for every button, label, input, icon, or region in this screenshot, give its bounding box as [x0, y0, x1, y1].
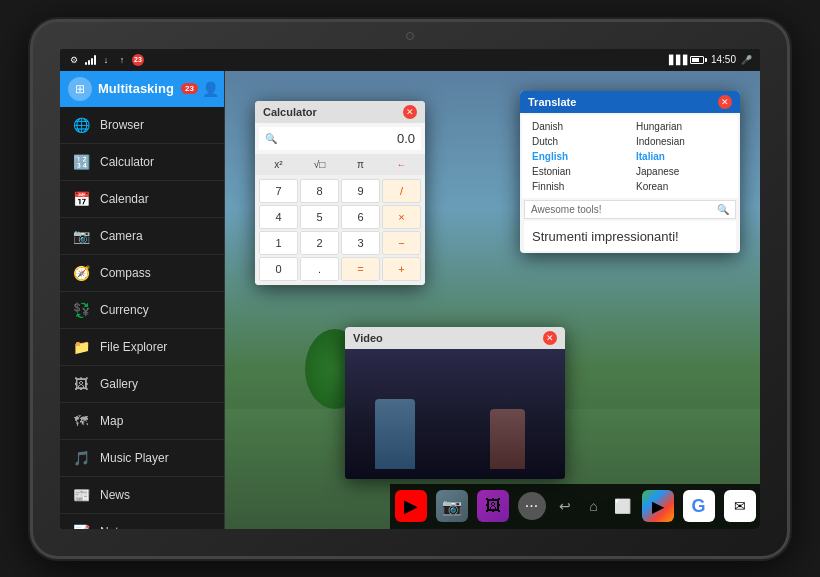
bottom-navigation: ▶ 📷 🖼 ··· ↩ ⌂ ⬜ ▶ G ✉ — [390, 484, 760, 529]
translate-languages: Danish Dutch English Estonian Finnish Hu… — [522, 115, 738, 198]
file-explorer-label: File Explorer — [100, 340, 167, 354]
camera-app-button[interactable]: 📷 — [436, 490, 468, 522]
calc-btn-4[interactable]: 4 — [259, 205, 298, 229]
sidebar-item-calendar[interactable]: 📅 Calendar — [60, 181, 224, 218]
recent-button[interactable]: ⬜ — [613, 496, 633, 516]
video-close-button[interactable]: ✕ — [543, 331, 557, 345]
lang-indonesian[interactable]: Indonesian — [630, 134, 734, 149]
sidebar-header[interactable]: ⊞ Multitasking 23 👤 — [60, 71, 224, 107]
download-icon: ↓ — [100, 54, 112, 66]
calc-btn-8[interactable]: 8 — [300, 179, 339, 203]
calc-btn-equals[interactable]: = — [341, 257, 380, 281]
tablet-camera — [406, 32, 414, 40]
clock: 14:50 — [711, 54, 736, 65]
browser-icon: 🌐 — [70, 114, 92, 136]
back-button[interactable]: ↩ — [555, 496, 575, 516]
lang-finnish[interactable]: Finnish — [526, 179, 630, 194]
lang-danish[interactable]: Danish — [526, 119, 630, 134]
calculator-grid: 7 8 9 / 4 5 6 × 1 2 3 − 0 . = — [255, 175, 425, 285]
calc-btn-7[interactable]: 7 — [259, 179, 298, 203]
lang-korean[interactable]: Korean — [630, 179, 734, 194]
calc-btn-6[interactable]: 6 — [341, 205, 380, 229]
video-content[interactable] — [345, 349, 565, 479]
translate-search-icon: 🔍 — [717, 204, 729, 215]
sidebar-item-camera[interactable]: 📷 Camera — [60, 218, 224, 255]
calculator-window: Calculator ✕ 🔍 0.0 x² √□ π ← 7 — [255, 101, 425, 285]
user-icon: 👤 — [204, 83, 216, 95]
sidebar-item-file-explorer[interactable]: 📁 File Explorer — [60, 329, 224, 366]
note-icon: 📝 — [70, 521, 92, 529]
lang-dutch[interactable]: Dutch — [526, 134, 630, 149]
calc-btn-minus[interactable]: − — [382, 231, 421, 255]
pi-btn[interactable]: π — [341, 156, 380, 173]
calc-btn-2[interactable]: 2 — [300, 231, 339, 255]
sqrt-btn[interactable]: √□ — [300, 156, 339, 173]
gmail-button[interactable]: ✉ — [724, 490, 756, 522]
lang-estonian[interactable]: Estonian — [526, 164, 630, 179]
translate-close-button[interactable]: ✕ — [718, 95, 732, 109]
sidebar-item-browser[interactable]: 🌐 Browser — [60, 107, 224, 144]
calc-btn-dot[interactable]: . — [300, 257, 339, 281]
youtube-button[interactable]: ▶ — [395, 490, 427, 522]
upload-icon: ↑ — [116, 54, 128, 66]
news-label: News — [100, 488, 130, 502]
google-button[interactable]: G — [683, 490, 715, 522]
calculator-titlebar[interactable]: Calculator ✕ — [255, 101, 425, 123]
status-bar-right: ▋▋▋ 14:50 🎤 — [674, 54, 752, 66]
status-bar-left: ⚙ ↓ ↑ 23 — [68, 54, 144, 66]
gallery-app-button[interactable]: 🖼 — [477, 490, 509, 522]
compass-label: Compass — [100, 266, 151, 280]
translate-window-title: Translate — [528, 96, 576, 108]
calculator-window-title: Calculator — [263, 106, 317, 118]
sidebar-item-news[interactable]: 📰 News — [60, 477, 224, 514]
calculator-display: 🔍 0.0 — [259, 127, 421, 150]
microphone-icon[interactable]: 🎤 — [740, 54, 752, 66]
calc-btn-1[interactable]: 1 — [259, 231, 298, 255]
sidebar-item-map[interactable]: 🗺 Map — [60, 403, 224, 440]
sidebar-item-currency[interactable]: 💱 Currency — [60, 292, 224, 329]
calculator-icon: 🔢 — [70, 151, 92, 173]
lang-hungarian[interactable]: Hungarian — [630, 119, 734, 134]
lang-japanese[interactable]: Japanese — [630, 164, 734, 179]
calc-btn-9[interactable]: 9 — [341, 179, 380, 203]
calc-btn-divide[interactable]: / — [382, 179, 421, 203]
wifi-icon — [84, 54, 96, 66]
music-player-icon: 🎵 — [70, 447, 92, 469]
sidebar-item-music-player[interactable]: 🎵 Music Player — [60, 440, 224, 477]
translate-titlebar[interactable]: Translate ✕ — [520, 91, 740, 113]
home-button[interactable]: ⌂ — [584, 496, 604, 516]
calc-btn-3[interactable]: 3 — [341, 231, 380, 255]
calculator-functions: x² √□ π ← — [255, 154, 425, 175]
sidebar-item-gallery[interactable]: 🖼 Gallery — [60, 366, 224, 403]
calc-btn-5[interactable]: 5 — [300, 205, 339, 229]
sidebar-item-compass[interactable]: 🧭 Compass — [60, 255, 224, 292]
music-player-label: Music Player — [100, 451, 169, 465]
backspace-btn[interactable]: ← — [382, 156, 421, 173]
lang-italian[interactable]: Italian — [630, 149, 734, 164]
calc-btn-0[interactable]: 0 — [259, 257, 298, 281]
calc-btn-plus[interactable]: + — [382, 257, 421, 281]
search-icon: 🔍 — [265, 133, 277, 144]
square-btn[interactable]: x² — [259, 156, 298, 173]
signal-icon: ▋▋▋ — [674, 54, 686, 66]
news-icon: 📰 — [70, 484, 92, 506]
more-button[interactable]: ··· — [518, 492, 546, 520]
calendar-label: Calendar — [100, 192, 149, 206]
lang-english[interactable]: English — [526, 149, 630, 164]
calc-btn-multiply[interactable]: × — [382, 205, 421, 229]
play-store-button[interactable]: ▶ — [642, 490, 674, 522]
currency-icon: 💱 — [70, 299, 92, 321]
video-titlebar[interactable]: Video ✕ — [345, 327, 565, 349]
sidebar-item-note[interactable]: 📝 Note — [60, 514, 224, 529]
calculator-close-button[interactable]: ✕ — [403, 105, 417, 119]
currency-label: Currency — [100, 303, 149, 317]
recent-icon: ⬜ — [613, 496, 633, 516]
translate-result: Strumenti impressionanti! — [524, 221, 736, 251]
sidebar-item-calculator[interactable]: 🔢 Calculator — [60, 144, 224, 181]
calculator-value: 0.0 — [281, 131, 415, 146]
main-area: ⊞ Multitasking 23 👤 🌐 Browser 🔢 Calculat… — [60, 71, 760, 529]
tablet-screen: ⚙ ↓ ↑ 23 ▋▋▋ 1 — [60, 49, 760, 529]
translate-input[interactable]: Awesome tools! 🔍 — [524, 200, 736, 219]
multitask-header-icon: ⊞ — [68, 77, 92, 101]
translate-window: Translate ✕ Danish Dutch English Estonia… — [520, 91, 740, 253]
